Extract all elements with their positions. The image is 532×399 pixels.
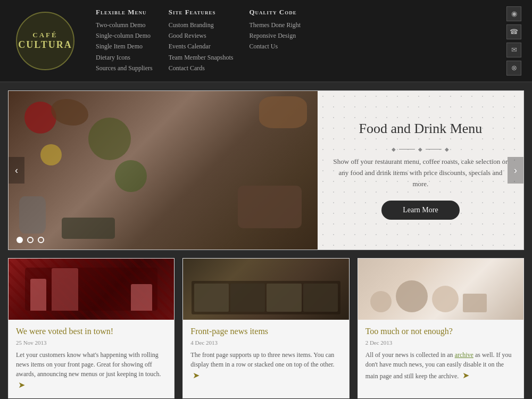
news-card-3-body: Too much or not enough? 2 Dec 2013 All o… (358, 320, 523, 388)
nav-title-quality: Quality Code (249, 8, 301, 16)
news-card-3: Too much or not enough? 2 Dec 2013 All o… (358, 258, 524, 398)
news-card-2-date: 4 Dec 2013 (190, 339, 341, 346)
nav-link-sources[interactable]: Sources and Suppliers (96, 63, 153, 73)
logo[interactable]: Café Cultura (16, 12, 74, 70)
clock-icon: ⊗ (511, 64, 517, 72)
news-card-1-read-more[interactable]: ➤ (18, 380, 25, 389)
social-icons: ◉ ☎ ✉ ⊗ (506, 6, 521, 76)
nav-column-quality: Quality Code Themes Done Right Reponsive… (249, 8, 301, 74)
news-card-3-text: All of your news is collected in an arch… (365, 350, 516, 382)
news-card-3-title: Too much or not enough? (365, 326, 516, 337)
news-card-3-image (358, 259, 523, 320)
email-icon-btn[interactable]: ✉ (506, 43, 521, 57)
slider-prev-button[interactable]: ‹ (9, 157, 24, 184)
divider-diamond-3: ◆ (445, 146, 449, 152)
nav-link-snapshots[interactable]: Team Member Snapshots (169, 52, 234, 63)
news-card-2-body: Front-page news items 4 Dec 2013 The fro… (183, 320, 348, 388)
nav-link-contact[interactable]: Contact Us (249, 41, 301, 52)
clock-icon-btn[interactable]: ⊗ (506, 61, 521, 76)
slider-dots (16, 237, 44, 243)
nav-link-responsive[interactable]: Reponsive Design (249, 30, 301, 41)
news-card-2-read-more[interactable]: ➤ (193, 371, 200, 380)
nav-title-features: Site Features (169, 8, 234, 16)
news-card-1-body: We were voted best in town! 25 Nov 2013 … (9, 320, 174, 398)
slider-next-button[interactable]: › (508, 157, 523, 184)
logo-cafe: Café (32, 31, 57, 39)
slider-dot-3[interactable] (38, 237, 44, 243)
news-card-2-title: Front-page news items (190, 326, 341, 337)
news-card-2-image (183, 259, 348, 320)
news-card-2-text: The front page supports up to three news… (190, 350, 341, 382)
hero-text-area: Food and Drink Menu ◆ ◆ ◆ Show off your … (318, 91, 523, 250)
news-card-1: We were voted best in town! 25 Nov 2013 … (8, 258, 174, 398)
location-icon-btn[interactable]: ◉ (506, 6, 521, 21)
hero-slider: ‹ Food and Drink Menu ◆ ◆ ◆ Show off you… (8, 90, 524, 250)
nav-link-dietary[interactable]: Dietary Icons (96, 52, 153, 63)
nav-link-contact-cards[interactable]: Contact Cards (169, 63, 234, 73)
hero-learn-more-button[interactable]: Learn More (381, 201, 459, 220)
phone-icon-btn[interactable]: ☎ (506, 24, 521, 39)
hero-title: Food and Drink Menu (359, 121, 482, 137)
nav-column-flexible: Flexible Menu Two-column Demo Single-col… (96, 8, 153, 74)
divider-diamond-2: ◆ (418, 146, 422, 152)
slider-dot-2[interactable] (27, 237, 34, 243)
news-card-3-read-more[interactable]: ➤ (462, 371, 469, 380)
divider-line (399, 149, 415, 149)
header: Café Cultura Flexible Menu Two-column De… (0, 0, 532, 82)
logo-area[interactable]: Café Cultura (11, 12, 80, 70)
divider-line-2 (426, 149, 442, 149)
nav-link-two-column[interactable]: Two-column Demo (96, 20, 153, 30)
news-section: We were voted best in town! 25 Nov 2013 … (0, 258, 532, 399)
news-card-1-image (9, 259, 174, 320)
hero-description: Show off your restaurant menu, coffee ro… (331, 156, 510, 189)
news-card-2: Front-page news items 4 Dec 2013 The fro… (182, 258, 349, 398)
news-card-1-text: Let your customers know what's happening… (16, 350, 167, 392)
news-card-1-title: We were voted best in town! (16, 326, 167, 337)
slider-dot-1[interactable] (16, 237, 23, 243)
news-card-3-date: 2 Dec 2013 (365, 339, 516, 346)
logo-cultura: Cultura (18, 39, 72, 51)
nav-link-single-item[interactable]: Single Item Demo (96, 41, 153, 52)
nav-area: Flexible Menu Two-column Demo Single-col… (80, 8, 506, 74)
nav-link-single-column[interactable]: Single-column Demo (96, 30, 153, 41)
nav-link-events[interactable]: Events Calendar (169, 41, 234, 52)
news-card-3-text-before: All of your news is collected in an (365, 351, 455, 359)
nav-title-flexible: Flexible Menu (96, 8, 153, 16)
hero-food-background (9, 91, 318, 250)
nav-column-features: Site Features Custom Branding Good Revie… (169, 8, 234, 74)
email-icon: ✉ (511, 46, 517, 54)
hero-image (9, 91, 318, 250)
news-card-1-date: 25 Nov 2013 (16, 339, 167, 346)
news-card-3-archive-link[interactable]: archive (455, 351, 473, 359)
nav-link-branding[interactable]: Custom Branding (169, 20, 234, 30)
divider-diamond-1: ◆ (392, 146, 396, 152)
nav-link-themes[interactable]: Themes Done Right (249, 20, 301, 30)
phone-icon: ☎ (510, 28, 518, 36)
hero-divider: ◆ ◆ ◆ (392, 146, 449, 152)
nav-link-reviews[interactable]: Good Reviews (169, 30, 234, 41)
location-icon: ◉ (511, 10, 517, 18)
